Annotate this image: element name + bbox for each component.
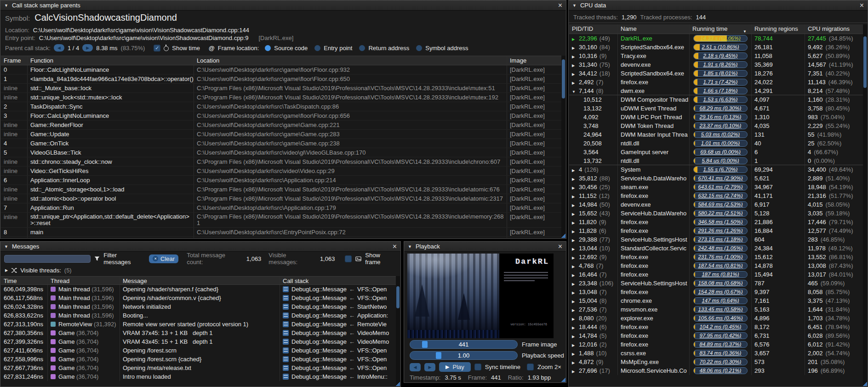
cpu-scrollbar[interactable]: [863, 24, 867, 386]
tree-expand-icon[interactable]: ▶: [572, 341, 579, 349]
cpu-process-row[interactable]: ▶30,160(84) ScriptedSandbox64.exe 2.51 s…: [569, 43, 867, 52]
scrollbar-handle[interactable]: [396, 286, 400, 308]
message-row[interactable]: 627,380,356ns Game (36,704) VRAM 37x45: …: [1, 329, 400, 337]
cpu-process-row[interactable]: ▶12,016(2) firefox.exe 84.89 ms (0.37%) …: [569, 340, 867, 349]
cpu-process-row[interactable]: 4,092 DWM LPC Port Thread 29.16 ms (0.13…: [569, 113, 867, 121]
cpu-process-row[interactable]: ▶22,396(49) DarkRL.exe 14.33 s (62.06%) …: [569, 34, 867, 43]
callstack-frame-row[interactable]: inline std::unique_ptr<Application,std::…: [1, 213, 565, 228]
callstack-frame-row[interactable]: inline invoke_main d:\agent\_work\63\s\s…: [1, 237, 565, 238]
tree-expand-icon[interactable]: ▶: [572, 306, 579, 314]
tree-expand-icon[interactable]: ▶: [572, 271, 579, 279]
cpu-process-row[interactable]: ▶11,820(9) firefox.exe 346.58 ms (1.50%)…: [569, 218, 867, 226]
cpu-process-row[interactable]: ▶2,492(7) firefox.exe 1.71 s (7.42%) 24,…: [569, 78, 867, 87]
next-callstack-button[interactable]: ▶: [82, 44, 93, 52]
message-callstack-cell[interactable]: DebugLog::Message←VFS::Open: [280, 294, 400, 302]
col-name[interactable]: Name: [618, 24, 690, 34]
tree-expand-icon[interactable]: ▶: [572, 367, 579, 375]
cpu-process-row[interactable]: ▶12,692(9) firefox.exe 231.76 ms (1.00%)…: [569, 253, 867, 261]
callstack-frame-row[interactable]: inline Game::RenderFloor C:\Users\wolf\D…: [1, 121, 565, 130]
message-callstack-cell[interactable]: DebugLog::Message←Application:: [280, 311, 400, 320]
cpu-process-row[interactable]: ▶14,984(50) devenv.exe 584.69 ms (2.53%)…: [569, 200, 867, 209]
callstack-frame-row[interactable]: 6 Application::InnerLoop C:\Users\wolf\D…: [1, 176, 565, 185]
show-frame-checkbox[interactable]: [345, 255, 352, 262]
message-callstack-cell[interactable]: DebugLog::Message←VideoMemo: [280, 329, 400, 337]
message-callstack-cell[interactable]: DebugLog::Message←VFS::Open: [280, 285, 400, 294]
tree-expand-icon[interactable]: ▶: [572, 175, 579, 183]
collapse-icon[interactable]: ▼: [572, 3, 577, 8]
radio-symbol-address[interactable]: [416, 45, 422, 51]
cpu-process-row[interactable]: ▼7,144(8) dwm.exe 1.66 s (7.18%) 14,291 …: [569, 87, 867, 95]
tree-expand-icon[interactable]: ▶: [572, 219, 579, 226]
callstack-frame-row[interactable]: inline Video::GetTicksHiRes C:\Users\wol…: [1, 167, 565, 176]
frame-image-slider[interactable]: 441: [410, 340, 518, 349]
cpu-process-row[interactable]: ▶13,048(7) firefox.exe 154.28 ms (0.67%)…: [569, 288, 867, 296]
callstack-frame-row[interactable]: 4 Game::OnTick C:\Users\wolf\Desktop\dar…: [1, 139, 565, 148]
message-callstack-cell[interactable]: DebugLog::Message←VideoMemo: [280, 337, 400, 346]
message-callstack-cell[interactable]: DebugLog::Message←RemoteVie: [280, 320, 400, 329]
cpu-process-row[interactable]: ▶10,316(9) Tracy.exe 2.18 s (9.45%) 11,0…: [569, 52, 867, 60]
cpu-process-row[interactable]: ▶18,444(6) firefox.exe 104.2 ms (0.45%) …: [569, 323, 867, 331]
tree-expand-icon[interactable]: ▶: [572, 280, 579, 288]
cpu-process-row[interactable]: ▶27,696(17) Microsoft.ServiceHub.Co 48.0…: [569, 366, 867, 375]
collapse-icon[interactable]: ▼: [408, 244, 412, 249]
message-row[interactable]: 626,833,622ns Main thread (31,596) Booti…: [1, 311, 400, 320]
cpu-process-row[interactable]: ▶4(126) System 1.55 s (6.70%) 69,294 34,…: [569, 165, 867, 174]
messages-scrollbar[interactable]: [396, 276, 400, 386]
tree-expand-icon[interactable]: ▶: [572, 297, 579, 305]
cpu-process-row[interactable]: 3,748 DWM Token Thread 23.37 ms (0.10%) …: [569, 121, 867, 130]
tree-expand-icon[interactable]: ▶: [572, 61, 579, 69]
callstack-frame-row[interactable]: inline std::_Atomic_storage<bool,1>::loa…: [1, 185, 565, 194]
cpu-process-row[interactable]: ▶27,536(7) msvsmon.exe 133.45 ms (0.58%)…: [569, 305, 867, 314]
tree-expand-icon[interactable]: ▶: [572, 245, 579, 253]
cpu-process-row[interactable]: ▶4,872(9) MsMpEng.exe 70.22 ms (0.30%) 5…: [569, 358, 867, 366]
col-thread[interactable]: Thread: [48, 277, 120, 284]
cpu-process-row[interactable]: ▶1,488(10) csrss.exe 83.74 ms (0.36%) 3,…: [569, 349, 867, 358]
playback-speed-slider[interactable]: 1.00: [410, 351, 518, 360]
tree-expand-icon[interactable]: ▶: [572, 315, 579, 323]
col-location[interactable]: Location: [194, 56, 507, 65]
resize-grip[interactable]: [862, 381, 867, 386]
cpu-process-row[interactable]: ▶15,004(8) chrome.exe 147 ms (0.64%) 7,1…: [569, 296, 867, 305]
callstack-scrollbar[interactable]: [561, 56, 565, 238]
callstack-frame-row[interactable]: 3 Floor::CalcLightNoLuminance C:\Users\w…: [1, 111, 565, 121]
resize-grip[interactable]: [560, 377, 565, 382]
col-time[interactable]: Time: [1, 277, 48, 284]
radio-return-address[interactable]: [359, 45, 365, 51]
message-callstack-cell[interactable]: DebugLog::Message←StartNetwo: [280, 302, 400, 311]
cpu-process-row[interactable]: ▶23,348(106) ServiceHub.SettingsHost 158…: [569, 279, 867, 288]
close-icon[interactable]: ×: [558, 2, 562, 9]
tree-expand-icon[interactable]: ▼: [572, 87, 579, 95]
tree-expand-icon[interactable]: ▶: [572, 210, 579, 218]
col-image[interactable]: Image: [507, 56, 565, 65]
message-row[interactable]: 627,831,246ns Game (36,704) Intro menu l…: [1, 372, 400, 381]
tree-expand-icon[interactable]: ▶: [572, 262, 579, 270]
tree-expand-icon[interactable]: ▶: [572, 52, 579, 60]
cpu-process-row[interactable]: ▶35,812(88) ServiceHub.DataWareho 670.41…: [569, 174, 867, 183]
tree-expand-icon[interactable]: ▶: [572, 166, 579, 174]
radio-entry-point[interactable]: [314, 45, 320, 51]
callstack-frame-row[interactable]: 5 VideoGLBase::Tick C:\Users\wolf\Deskto…: [1, 148, 565, 157]
callstack-frame-row[interactable]: inline std::_Mutex_base::lock C:\Program…: [1, 84, 565, 93]
tree-expand-icon[interactable]: ▶: [572, 201, 579, 209]
tree-expand-icon[interactable]: ▶: [572, 236, 579, 244]
tree-expand-icon[interactable]: ▶: [572, 44, 579, 52]
message-callstack-cell[interactable]: DebugLog::Message←VFS::Open: [280, 355, 400, 364]
cpu-process-row[interactable]: 13,132 uDWM Event Thread 68.29 ms (0.30%…: [569, 104, 867, 113]
callstack-frame-row[interactable]: 1 <lambda_84a19dc444fae966ca174e83e708bd…: [1, 75, 565, 84]
tree-expand-icon[interactable]: ▶: [572, 358, 579, 366]
show-time-checkbox[interactable]: ✓: [154, 45, 160, 52]
resize-grip[interactable]: [560, 233, 565, 238]
cpu-process-row[interactable]: ▶16,464(7) firefox.exe 187 ms (0.81%) 15…: [569, 270, 867, 279]
tree-expand-icon[interactable]: ▶: [572, 350, 579, 358]
collapse-icon[interactable]: ▼: [4, 244, 8, 249]
cpu-process-row[interactable]: ▶4,768(7) firefox.exe 187.54 ms (0.81%) …: [569, 261, 867, 270]
sync-timeline-checkbox[interactable]: [474, 364, 481, 370]
callstack-frame-row[interactable]: 7 Application::Run C:\Users\wolf\Desktop…: [1, 203, 565, 213]
cpu-process-row[interactable]: ▶15,652(43) ServiceHub.DataWareho 580.22…: [569, 209, 867, 218]
col-pid-tid[interactable]: PID/TID: [569, 24, 618, 34]
cpu-process-row[interactable]: ▶11,828(6) firefox.exe 291.26 ms (1.26%)…: [569, 226, 867, 235]
message-row[interactable]: 626,024,328ns Main thread (31,596) Netwo…: [1, 302, 400, 311]
cpu-process-row[interactable]: 3,564 GameInput server 69.68 us (0.00%) …: [569, 148, 867, 156]
cpu-process-row[interactable]: 10,512 DWM Compositor Thread 1.53 s (6.6…: [569, 95, 867, 104]
message-callstack-cell[interactable]: DebugLog::Message←IntroMenu::: [280, 372, 400, 381]
